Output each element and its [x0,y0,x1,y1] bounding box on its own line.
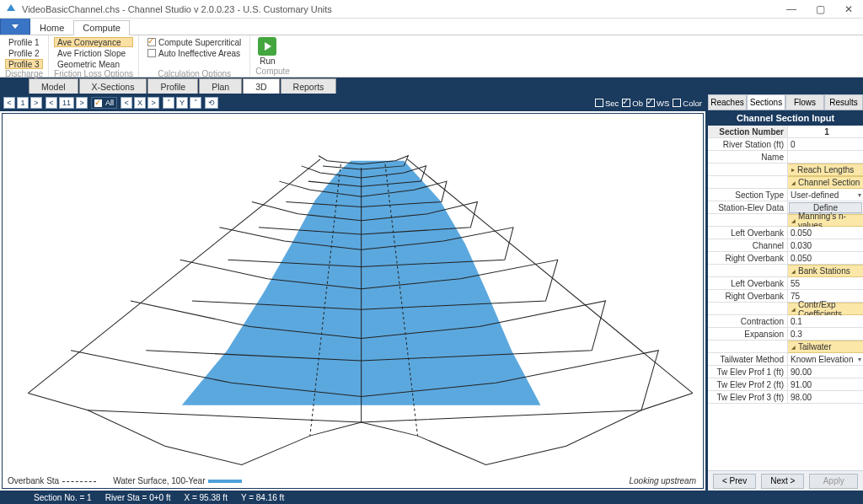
section-number-label: Section Number [708,126,788,137]
dash-icon [62,481,96,482]
manning-right-overbank-input[interactable]: 0.050 [788,252,863,264]
navbar: Model X-Sections Profile Plan 3D Reports [0,78,863,94]
contraction-input[interactable]: 0.1 [788,315,863,327]
toggle-ob[interactable]: Ob [622,99,643,108]
nav-a-next[interactable]: > [30,97,42,109]
app-icon [5,3,17,15]
tw-elev-1-input[interactable]: 90.00 [788,366,863,378]
nav-tab-3d[interactable]: 3D [243,78,279,94]
side-tab-sections[interactable]: Sections [747,94,785,110]
discharge-profile-3[interactable]: Profile 3 [5,59,43,69]
nav-tab-plan[interactable]: Plan [199,78,242,94]
nav-tab-profile[interactable]: Profile [147,78,198,94]
chevron-down-icon: ▾ [858,191,861,199]
band-tailwater[interactable]: Tailwater [788,340,863,353]
name-input[interactable] [788,151,863,163]
friction-ave-conveyance[interactable]: Ave Conveyance [54,37,133,47]
tw-elev-2-input[interactable]: 91.00 [788,378,863,390]
friction-geom-mean[interactable]: Geometric Mean [54,59,133,69]
reset-view-button[interactable]: ⟲ [205,97,218,109]
ribbon-group-friction: Ave Conveyance Ave Friction Slope Geomet… [49,35,139,77]
band-bank-stations[interactable]: Bank Stations [788,265,863,277]
close-button[interactable]: ✕ [834,0,863,19]
ribbon-group-discharge: Profile 1 Profile 2 Profile 3 Discharge [0,35,49,77]
axis-x-button[interactable]: X [134,97,146,109]
band-reach-lengths[interactable]: Reach Lengths [788,164,863,176]
compute-supercritical-toggle[interactable]: Compute Supercritical [144,37,244,47]
auto-ineffective-toggle[interactable]: Auto Ineffective Areas [144,48,244,58]
legend-overbank-label: Overbank Sta [8,476,59,485]
ribbon: Profile 1 Profile 2 Profile 3 Discharge … [0,35,863,78]
view-toolbar: < 1 > < 11 > All < X > ˅ Y ˄ ⟲ [0,94,705,111]
side-tab-flows[interactable]: Flows [785,94,824,110]
band-channel-section[interactable]: Channel Section [788,176,863,189]
section-number-value: 1 [788,126,863,137]
menu-tab-compute[interactable]: Compute [73,20,130,35]
side-tab-reaches[interactable]: Reaches [708,94,747,110]
tw-elev-3-input[interactable]: 98.00 [788,391,863,403]
menu-tab-home[interactable]: Home [30,20,73,35]
axis-y-up[interactable]: ˄ [190,97,201,109]
river-station-label: River Station (ft) [708,138,788,150]
axis-y-down[interactable]: ˅ [163,97,174,109]
nav-b-prev[interactable]: < [46,97,57,109]
discharge-profile-2[interactable]: Profile 2 [5,48,43,58]
toggle-all[interactable]: All [91,97,117,109]
friction-ave-slope[interactable]: Ave Friction Slope [54,48,133,58]
play-icon [258,37,276,56]
checkbox-icon [147,38,156,46]
status-y: Y = 84.16 ft [241,493,284,502]
nav-tab-reports[interactable]: Reports [281,78,337,94]
band-contr-exp[interactable]: Contr/Exp Coefficients [788,303,863,315]
titlebar: VideoBasicChannel.chs - Channel Studio v… [0,0,863,19]
bank-left-overbank-input[interactable]: 55 [788,277,863,289]
file-menu-button[interactable] [0,18,30,35]
axis-y-button[interactable]: Y [176,97,188,109]
canvas-3d[interactable]: Overbank Sta Water Surface, 100-Year Loo… [2,113,704,489]
nav-c-prev[interactable]: < [121,97,132,109]
band-manning[interactable]: Manning's n-values [788,214,863,227]
ribbon-group-calc: Compute Supercritical Auto Ineffective A… [139,35,250,77]
side-panel: Reaches Sections Flows Results Channel S… [707,94,863,491]
side-footer: < Prev Next > Apply [708,470,863,491]
tailwater-method-select[interactable]: Known Elevation▾ [788,353,863,365]
side-tab-results[interactable]: Results [824,94,863,110]
side-tabs: Reaches Sections Flows Results [708,94,863,110]
status-x: X = 95.38 ft [184,493,227,502]
station-elev-label: Station-Elev Data [708,201,788,213]
nav-tab-xsections[interactable]: X-Sections [79,78,147,94]
nav-c-next[interactable]: > [147,97,159,109]
prev-button[interactable]: < Prev [713,474,756,489]
ribbon-group-compute: Run Compute [250,35,295,77]
maximize-button[interactable]: ▢ [806,0,834,19]
toggle-sec[interactable]: Sec [595,99,619,108]
svg-marker-0 [12,24,19,29]
river-station-input[interactable]: 0 [788,138,863,150]
next-button[interactable]: Next > [761,474,804,489]
run-button[interactable]: Run [255,37,279,66]
viewport-wrap: < 1 > < 11 > All < X > ˅ Y ˄ ⟲ [0,94,707,491]
section-type-select[interactable]: User-defined▾ [788,189,863,201]
status-section: Section No. = 1 [34,493,92,502]
manning-channel-input[interactable]: 0.030 [788,239,863,251]
legend: Overbank Sta Water Surface, 100-Year [8,476,245,485]
discharge-profile-1[interactable]: Profile 1 [5,37,43,47]
nav-a-prev[interactable]: < [3,97,15,109]
window-controls: — ▢ ✕ [777,0,863,19]
manning-left-overbank-input[interactable]: 0.050 [788,227,863,239]
name-label: Name [708,151,788,163]
expansion-input[interactable]: 0.3 [788,328,863,340]
window-title: VideoBasicChannel.chs - Channel Studio v… [22,4,332,14]
nav-b-value[interactable]: 11 [59,97,74,109]
status-river-sta: River Sta = 0+0 ft [105,493,171,502]
toggle-ws[interactable]: WS [646,99,669,108]
minimize-button[interactable]: — [777,0,806,19]
view-note: Looking upstream [630,476,697,485]
nav-a-value[interactable]: 1 [17,97,29,109]
apply-button[interactable]: Apply [809,474,858,489]
section-type-label: Section Type [708,189,788,201]
legend-ws-label: Water Surface, 100-Year [113,476,205,485]
nav-b-next[interactable]: > [76,97,88,109]
toggle-color[interactable]: Color [673,99,702,108]
nav-tab-model[interactable]: Model [29,78,78,94]
